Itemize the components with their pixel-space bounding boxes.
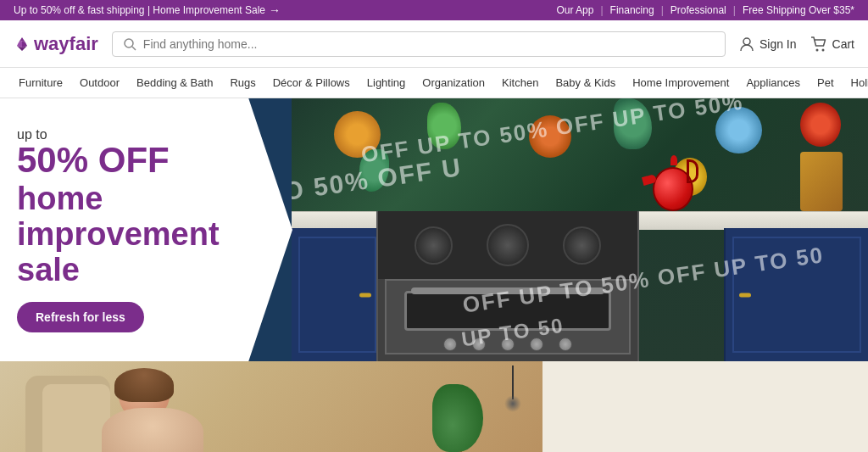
burner-center [487, 224, 529, 266]
flower-4 [800, 103, 841, 147]
stove [376, 211, 639, 361]
banner-left-text: Up to 50% off & fast shipping | Home Imp… [14, 4, 265, 16]
knob-5 [559, 338, 572, 351]
search-icon [123, 37, 136, 51]
cabinet-right [724, 228, 868, 361]
logo[interactable]: wayfair [14, 33, 98, 55]
main-nav: Furniture Outdoor Bedding & Bath Rugs Dé… [0, 68, 868, 98]
hero-title: home improvement sale [17, 181, 259, 287]
banner-professional[interactable]: Professional [670, 4, 726, 16]
nav-rugs[interactable]: Rugs [221, 68, 264, 98]
burner-right [563, 226, 601, 265]
cabinet-handle-right [739, 293, 751, 297]
nav-organization[interactable]: Organization [414, 68, 493, 98]
knob-4 [530, 338, 543, 351]
secondary-section [0, 361, 868, 452]
oven-window [404, 291, 610, 331]
svg-point-2 [743, 38, 750, 45]
leaf-3 [359, 149, 389, 192]
banner-financing[interactable]: Financing [610, 4, 654, 16]
cabinet-left [292, 228, 385, 361]
nav-baby-kids[interactable]: Baby & Kids [547, 68, 624, 98]
svg-point-0 [125, 39, 133, 47]
nav-home-improvement[interactable]: Home Improvement [624, 68, 737, 98]
logo-text: wayfair [34, 33, 98, 55]
nav-appliances[interactable]: Appliances [737, 68, 809, 98]
nav-outdoor[interactable]: Outdoor [71, 68, 128, 98]
hero-background-image: OFF UP TO 50% OFF UP TO 50% TO 50% OFF U… [292, 98, 868, 361]
leaf-1 [427, 103, 461, 149]
sep1: | [600, 4, 603, 16]
header: wayfair Sign In Cart [0, 20, 868, 68]
nav-decor-pillows[interactable]: Décor & Pillows [264, 68, 359, 98]
hero-percent-off: 50% OFF [17, 142, 259, 178]
person-body [102, 408, 203, 452]
wall-art [500, 366, 526, 416]
wooden-accessories [800, 152, 843, 211]
plant [441, 384, 475, 452]
cart-icon [810, 36, 827, 52]
oven-handle [411, 287, 605, 294]
cart-button[interactable]: Cart [810, 36, 854, 52]
search-bar[interactable] [112, 31, 726, 57]
chair-back [42, 384, 110, 452]
hero-section: OFF UP TO 50% OFF UP TO 50% TO 50% OFF U… [0, 98, 868, 361]
hero-title-line1: home [17, 181, 103, 216]
sep3: | [733, 4, 736, 16]
floral-wallpaper [292, 98, 868, 230]
kettle [649, 155, 698, 211]
plant-leaves [432, 384, 483, 452]
stove-top [378, 211, 637, 279]
wall-art-stem [512, 366, 514, 399]
knob-1 [443, 338, 457, 351]
burner-left [415, 226, 453, 265]
svg-point-3 [815, 48, 818, 51]
leaf-2 [614, 98, 652, 149]
nav-lighting[interactable]: Lighting [359, 68, 415, 98]
person [102, 361, 203, 452]
flower-2 [529, 115, 571, 158]
svg-point-4 [821, 48, 824, 51]
nav-holiday[interactable]: Holiday [843, 68, 868, 98]
nav-furniture[interactable]: Furniture [10, 68, 71, 98]
kettle-lid [670, 155, 677, 165]
sign-in-label: Sign In [760, 37, 797, 51]
cabinet-door-right-panel [732, 237, 861, 353]
hero-cta-button[interactable]: Refresh for less [17, 302, 144, 332]
nav-bedding-bath[interactable]: Bedding & Bath [128, 68, 221, 98]
header-right: Sign In Cart [739, 36, 854, 52]
knob-3 [501, 338, 515, 351]
hero-title-line3: sale [17, 252, 80, 287]
sep2: | [661, 4, 664, 16]
banner-left[interactable]: Up to 50% off & fast shipping | Home Imp… [14, 3, 281, 17]
cart-label: Cart [832, 37, 854, 51]
person-hair [114, 368, 174, 402]
nav-kitchen[interactable]: Kitchen [493, 68, 547, 98]
banner-free-shipping: Free Shipping Over $35* [743, 4, 854, 16]
search-input[interactable] [143, 37, 715, 51]
knob-2 [472, 338, 486, 351]
wayfair-logo-icon [14, 36, 31, 53]
stove-knobs [378, 338, 637, 351]
person-icon [739, 36, 754, 52]
top-banner: Up to 50% off & fast shipping | Home Imp… [0, 0, 868, 20]
banner-our-app[interactable]: Our App [556, 4, 593, 16]
kettle-handle [687, 159, 698, 183]
hero-title-line2: improvement [17, 216, 220, 252]
hero-content-panel: up to 50% OFF home improvement sale Refr… [0, 98, 292, 361]
secondary-image [0, 361, 542, 452]
banner-right: Our App | Financing | Professional | Fre… [556, 4, 854, 16]
flower-3 [715, 107, 762, 153]
wall-art-leaf [504, 395, 521, 412]
svg-line-1 [132, 47, 136, 50]
cabinet-handle-left [359, 293, 371, 297]
banner-arrow: → [269, 3, 281, 17]
nav-pet[interactable]: Pet [809, 68, 843, 98]
sign-in-button[interactable]: Sign In [739, 36, 797, 52]
